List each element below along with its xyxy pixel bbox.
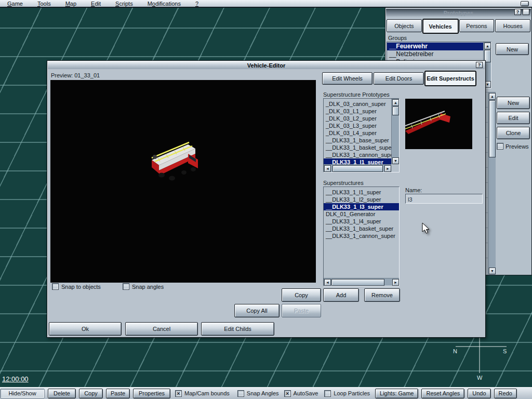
- group-item[interactable]: __Netzbetreiber: [387, 50, 483, 58]
- edit-superstructs-button[interactable]: Edit Superstructs: [425, 71, 476, 86]
- previews-checkbox[interactable]: [497, 143, 503, 150]
- menu-help[interactable]: ?: [195, 1, 198, 7]
- toolbar-properties-button[interactable]: Properties: [133, 389, 170, 398]
- superstructure-prototype-item[interactable]: __DLK33_1_basket_super: [324, 144, 391, 151]
- edit-childs-button[interactable]: Edit Childs: [201, 322, 274, 336]
- scroll-down-icon[interactable]: ▼: [392, 157, 399, 164]
- game-clock: 12:00:00: [2, 375, 29, 383]
- remove-button[interactable]: Remove: [364, 288, 400, 302]
- superstructure-item[interactable]: __DLK33_1_l2_super: [324, 196, 399, 203]
- proto-vscrollbar[interactable]: ▲ ▼: [391, 99, 399, 164]
- prototype-list-scrollbar-thumb[interactable]: [489, 100, 496, 157]
- superstructures-list[interactable]: __DLK33_1_l1_super__DLK33_1_l2_super__DL…: [323, 187, 400, 286]
- panel-collapse-button[interactable]: [523, 9, 529, 15]
- toolbar-hide-show-button[interactable]: Hide/Show: [0, 389, 45, 398]
- super-hscrollbar-thumb[interactable]: [331, 279, 384, 286]
- fire-truck-preview: [148, 138, 207, 186]
- prototypes-panel-titlebar[interactable]: Prototypes: [386, 9, 531, 17]
- prototype-new-button[interactable]: New: [497, 97, 530, 109]
- toolbar-map-cam-bounds-label: Map/Cam bounds: [184, 390, 230, 396]
- previews-checkbox-label: Previews: [506, 143, 529, 150]
- copy-button[interactable]: Copy: [282, 288, 321, 302]
- proto-hscrollbar[interactable]: ◄ ►: [324, 164, 391, 172]
- superstructure-item[interactable]: __DLK33_1_basket_super: [324, 225, 399, 232]
- toolbar-snap-angles-checkbox[interactable]: [237, 390, 244, 397]
- panel-help-button[interactable]: ?: [514, 9, 521, 15]
- superstructure-item[interactable]: __DLK33_1_l1_super: [324, 189, 399, 196]
- super-hscrollbar[interactable]: ◄ ►: [324, 278, 399, 286]
- scroll-right-icon[interactable]: ►: [392, 279, 399, 286]
- scroll-down-icon[interactable]: ▼: [489, 268, 496, 274]
- proto-vscrollbar-thumb[interactable]: [392, 107, 399, 115]
- prototype-edit-button[interactable]: Edit: [497, 112, 530, 124]
- snap-to-objects-label: Snap to objects: [61, 284, 101, 290]
- tab-objects[interactable]: Objects: [387, 19, 422, 32]
- menu-tools[interactable]: Tools: [37, 1, 51, 7]
- superstructure-prototype-item[interactable]: _DLK_03_L3_super: [324, 122, 391, 129]
- superstructure-item[interactable]: DLK_01_Generator: [324, 210, 399, 218]
- tab-persons[interactable]: Persons: [459, 19, 495, 32]
- menu-scripts[interactable]: Scripts: [115, 1, 133, 7]
- scroll-left-icon[interactable]: ◄: [324, 279, 331, 286]
- toolbar-snap-angles-label: Snap Angles: [247, 390, 279, 396]
- superstructure-item[interactable]: __DLK33_1_l4_super: [324, 218, 399, 225]
- scroll-up-icon[interactable]: ▲: [392, 99, 399, 106]
- toolbar-paste-button[interactable]: Paste: [106, 389, 130, 398]
- prototype-clone-button[interactable]: Clone: [497, 127, 530, 139]
- scroll-right-icon[interactable]: ►: [384, 165, 391, 172]
- snap-angles-row: Snap angles: [123, 283, 164, 290]
- toolbar-delete-button[interactable]: Delete: [48, 389, 76, 398]
- toolbar-redo-button[interactable]: Redo: [494, 389, 517, 398]
- toolbar-copy-button[interactable]: Copy: [79, 389, 103, 398]
- vehicle-editor-titlebar[interactable]: Vehicle-Editor: [48, 61, 485, 69]
- superstructure-prototypes-list[interactable]: _DLK_03_canon_super_DLK_03_L1_super_DLK_…: [323, 98, 400, 172]
- snap-angles-checkbox[interactable]: [123, 283, 129, 290]
- menu-edit[interactable]: Edit: [91, 1, 101, 7]
- menu-game[interactable]: Game: [7, 1, 23, 7]
- superstructure-prototypes-label: Superstructure Prototypes: [323, 91, 390, 98]
- superstructure-prototype-item[interactable]: _DLK_03_L2_super: [324, 115, 391, 122]
- scroll-up-icon[interactable]: ▲: [484, 43, 491, 49]
- name-input[interactable]: [405, 194, 483, 204]
- edit-doors-button[interactable]: Edit Doors: [374, 72, 424, 85]
- superstructure-prototype-item[interactable]: __DLK33_1_l1_super: [324, 158, 391, 164]
- menu-modifications[interactable]: Modifications: [148, 1, 181, 7]
- compass: N S W: [447, 332, 514, 384]
- dialog-help-button[interactable]: ?: [476, 62, 483, 68]
- toolbar-lights-game-button[interactable]: Lights: Game: [375, 389, 418, 398]
- scroll-left-icon[interactable]: ◄: [324, 165, 331, 172]
- group-item[interactable]: __Feuerwehr: [387, 43, 483, 50]
- tab-houses[interactable]: Houses: [495, 19, 530, 32]
- cancel-button[interactable]: Cancel: [125, 322, 198, 336]
- scroll-up-icon[interactable]: ▲: [489, 93, 496, 100]
- ok-button[interactable]: Ok: [49, 322, 122, 336]
- copy-all-button[interactable]: Copy All: [234, 304, 280, 317]
- toolbar-map-cam-bounds-checkbox[interactable]: ×: [175, 390, 182, 397]
- add-button[interactable]: Add: [323, 288, 359, 302]
- superstructure-prototype-item[interactable]: _DLK_03_L4_super: [324, 129, 391, 137]
- superstructure-item[interactable]: __DLK33_1_cannon_super: [324, 232, 399, 240]
- prototype-list-scrollbar[interactable]: ▲ ▼: [488, 92, 496, 275]
- superstructure-prototype-item[interactable]: __DLK33_1_cannon_super: [324, 151, 391, 158]
- toolbar-autosave-row: ×AutoSave: [284, 390, 318, 397]
- toolbar-reset-angles-button[interactable]: Reset Angles: [421, 389, 464, 398]
- superstructure-prototype-item[interactable]: _DLK_03_canon_super: [324, 100, 391, 108]
- group-new-button[interactable]: New: [496, 43, 529, 55]
- superstructure-prototype-item[interactable]: _DLK_03_L1_super: [324, 108, 391, 115]
- vehicle-editor-title: Vehicle-Editor: [247, 62, 285, 69]
- superstructure-item[interactable]: __DLK33_1_l3_super: [324, 203, 399, 210]
- toolbar-undo-button[interactable]: Undo: [468, 389, 490, 398]
- tab-vehicles[interactable]: Vehicles: [423, 19, 458, 33]
- snap-to-objects-checkbox[interactable]: [52, 283, 59, 290]
- proto-hscrollbar-thumb[interactable]: [332, 165, 383, 172]
- superstructure-prototype-item[interactable]: __DLK33_1_base_super: [324, 137, 391, 144]
- toolbar-loop-particles-checkbox[interactable]: [324, 390, 331, 397]
- toolbar-snap-angles-row: Snap Angles: [237, 390, 279, 397]
- edit-wheels-button[interactable]: Edit Wheels: [322, 72, 373, 85]
- menu-bar: GameToolsMapEditScriptsModifications?: [0, 0, 532, 8]
- menu-map[interactable]: Map: [65, 1, 76, 7]
- vehicle-preview-viewport[interactable]: [50, 80, 316, 283]
- toolbar-autosave-checkbox[interactable]: ×: [284, 390, 291, 397]
- paste-button[interactable]: Paste: [282, 304, 321, 317]
- menubar-corner-button[interactable]: [521, 1, 529, 6]
